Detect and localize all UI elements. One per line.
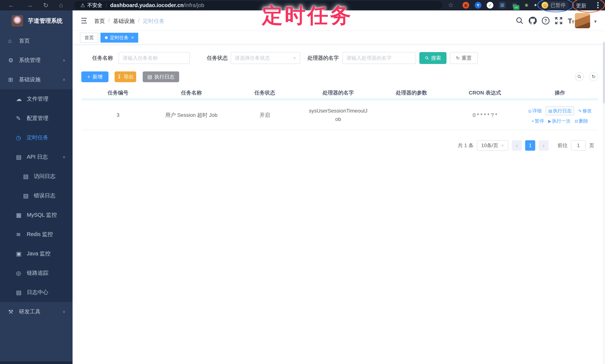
sidebar-item-trace[interactable]: ◎链路追踪 [0, 263, 73, 283]
add-button[interactable]: + 新增 [81, 71, 108, 82]
cell-job-id: 3 [81, 112, 155, 118]
extension-icon[interactable]: ◉ [462, 2, 469, 9]
help-icon[interactable]: ? [541, 16, 550, 25]
action-edit[interactable]: ✎修改 [578, 108, 592, 114]
sidebar-item-api-log[interactable]: ▤API 日志∧ [0, 147, 73, 167]
bookmark-star-icon[interactable]: ☆ [448, 1, 454, 9]
sidebar-item-home[interactable]: ⌂首页 [0, 31, 73, 51]
export-button[interactable]: ↧ 导出 [115, 71, 136, 82]
refresh-icon: ↻ [592, 74, 596, 80]
scrollbar-thumb[interactable] [603, 42, 605, 104]
exec-log-button[interactable]: ▤ 执行日志 [143, 71, 179, 82]
chevron-up-icon: ∧ [63, 155, 66, 159]
reset-button[interactable]: ↻ 重置 [450, 52, 478, 64]
cell-job-name: 用户 Session 超时 Job [155, 112, 228, 119]
page-size-select[interactable]: 10条/页 ∨ [477, 140, 508, 151]
clock-icon: ◷ [16, 134, 25, 141]
tab-job[interactable]: 定时任务 × [100, 33, 138, 43]
user-menu-caret-icon[interactable]: ▾ [594, 19, 597, 24]
extension-icon[interactable]: ⊞ [499, 2, 506, 9]
sidebar-item-config[interactable]: ✎配置管理 [0, 109, 73, 128]
table-row[interactable]: 3 用户 Session 超时 Job 开启 sysUserSessionTim… [81, 100, 598, 130]
job-status-select[interactable]: 请选择任务状态 ∨ [231, 52, 300, 64]
font-size-icon[interactable]: TT [567, 16, 576, 25]
profile-paused-chip[interactable]: ☺ 已暂停 [540, 1, 569, 10]
sidebar-item-log-center[interactable]: ▤日志中心 [0, 283, 73, 302]
tools-icon: ⚒ [8, 308, 17, 315]
not-secure-warning-icon: ⚠ [80, 2, 85, 8]
sidebar-item-label: 错误日志 [34, 192, 55, 199]
tags-view-bar: 首页 定时任务 × [73, 31, 605, 44]
sidebar-item-error-log[interactable]: ▤错误日志 [0, 186, 73, 205]
sidebar-item-job[interactable]: ◷定时任务 [0, 128, 73, 147]
breadcrumb-home[interactable]: 首页 [94, 17, 105, 25]
extension-on-badge: on [513, 5, 519, 10]
sidebar-item-file[interactable]: ☁文件管理 [0, 89, 73, 109]
refresh-table-button[interactable]: ↻ [589, 72, 598, 81]
collapse-menu-icon[interactable] [80, 16, 88, 25]
page-number-1[interactable]: 1 [525, 140, 535, 151]
github-icon[interactable] [528, 16, 537, 25]
edit-icon: ✎ [578, 109, 581, 113]
browser-reload-icon[interactable]: ↻ [43, 1, 49, 9]
action-delete[interactable]: ⊟删除 [575, 118, 588, 124]
table-header-row: 任务编号 任务名称 任务状态 处理器的名字 处理器的参数 CRON 表达式 操作 [81, 87, 598, 98]
extension-icon[interactable]: ❀ [523, 2, 530, 9]
prev-page-button[interactable]: ‹ [512, 140, 522, 151]
sidebar-item-redis[interactable]: ≋Redis 监控 [0, 225, 73, 244]
reset-button-label: 重置 [461, 55, 472, 61]
sidebar-item-access-log[interactable]: ▤访问日志 [0, 167, 73, 186]
breadcrumb-infra[interactable]: 基础设施 [113, 17, 135, 25]
job-status-label: 任务状态 [207, 52, 228, 64]
tab-close-icon[interactable]: × [131, 35, 134, 40]
browser-update-button[interactable]: 更新 [576, 2, 586, 9]
search-button[interactable]: 搜索 [419, 52, 447, 64]
user-avatar[interactable] [575, 13, 590, 28]
sidebar-item-system[interactable]: ⚙系统管理∨ [0, 51, 73, 70]
action-pause[interactable]: ×暂停 [531, 118, 544, 124]
cell-actions: ◎详细 ▤执行日志 ✎修改 ×暂停 ▶执行一次 ⊟删除 [522, 106, 598, 124]
action-detail[interactable]: ◎详细 [528, 108, 541, 114]
chevron-down-icon: ∨ [63, 58, 66, 62]
sidebar-item-label: 日志中心 [27, 289, 48, 296]
sidebar-item-label: Redis 监控 [27, 231, 53, 238]
job-name-input[interactable] [118, 52, 190, 64]
sidebar-item-mysql[interactable]: ▦MySQL 监控 [0, 205, 73, 225]
goto-page-input[interactable] [571, 140, 586, 151]
action-run-once[interactable]: ▶执行一次 [548, 118, 571, 124]
browser-forward-icon[interactable]: → [26, 1, 33, 9]
grid-icon: ⊞ [8, 76, 17, 83]
pause-cross-icon: × [531, 119, 534, 124]
gear-icon: ⚙ [8, 57, 17, 64]
app-logo-row[interactable]: 芋道管理系统 [0, 10, 73, 31]
sidebar-item-infra[interactable]: ⊞基础设施∧ [0, 70, 73, 89]
sidebar-item-dev-tools[interactable]: ⚒研发工具∨ [0, 302, 73, 321]
log-icon: ▤ [16, 289, 25, 296]
sidebar-item-label: MySQL 监控 [27, 211, 57, 219]
app-title: 芋道管理系统 [28, 17, 63, 25]
fullscreen-icon[interactable] [554, 16, 563, 25]
search-icon[interactable] [515, 16, 524, 25]
sidebar-item-java[interactable]: ▣Java 监控 [0, 244, 73, 263]
exec-log-button-label: 执行日志 [154, 74, 174, 80]
log-icon: ▤ [16, 154, 25, 160]
handler-name-label: 处理器的名字 [307, 52, 339, 64]
extension-icon[interactable]: ✓ [487, 2, 493, 9]
puzzle-extensions-icon[interactable]: ✦ [532, 2, 539, 9]
extension-icon[interactable]: ▼ [475, 2, 481, 9]
log-icon: ▤ [23, 173, 32, 180]
browser-back-icon[interactable]: ← [8, 1, 14, 9]
search-icon [425, 56, 429, 60]
handler-name-input[interactable] [342, 52, 416, 64]
url-divider [106, 3, 106, 8]
toggle-search-button[interactable] [575, 72, 584, 81]
scrollbar[interactable] [603, 41, 605, 364]
action-exec-log[interactable]: ▤执行日志 [546, 106, 574, 115]
tab-home[interactable]: 首页 [80, 33, 98, 43]
address-bar[interactable]: ⚠ 不安全 dashboard.yudao.iocoder.cn /infra/… [74, 1, 442, 9]
browser-home-icon[interactable]: ⌂ [59, 1, 63, 9]
col-header: 处理器的参数 [375, 89, 448, 96]
browser-menu-icon[interactable]: ••• [596, 1, 600, 9]
next-page-button[interactable]: › [539, 140, 549, 151]
profile-paused-label: 已暂停 [551, 2, 566, 9]
